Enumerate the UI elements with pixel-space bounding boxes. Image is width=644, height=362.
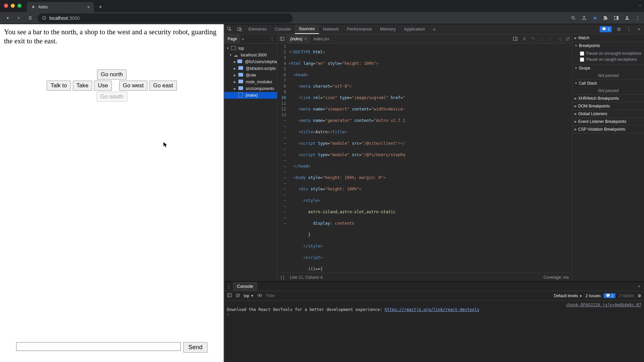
section-csp[interactable]: ▶CSP Violation Breakpoints <box>572 126 644 133</box>
side-panel-icon[interactable] <box>613 15 619 21</box>
toggle-nav-icon[interactable] <box>277 34 287 43</box>
section-breakpoints[interactable]: ▼Breakpoints <box>572 42 644 49</box>
gear-icon[interactable]: ⚙ <box>614 24 624 34</box>
tab-console[interactable]: Console <box>271 24 295 34</box>
file-tab-index[interactable]: (index)× <box>287 34 310 43</box>
step-icon[interactable]: →| <box>555 34 563 43</box>
deactivate-bp-icon[interactable] <box>563 34 572 43</box>
issues-badge[interactable]: 💬2 <box>600 26 612 32</box>
tree-folder-components[interactable]: ▶src/components <box>224 85 277 92</box>
use-button[interactable]: Use <box>94 81 111 91</box>
clear-console-icon[interactable] <box>235 293 240 299</box>
console-context[interactable]: top ▼ <box>244 293 254 298</box>
tree-folder-vite[interactable]: ▶@vite <box>224 72 277 79</box>
console-issues[interactable]: 2 Issues: 💬2 <box>586 293 615 298</box>
extensions-icon[interactable] <box>602 15 608 21</box>
tab-memory[interactable]: Memory <box>376 24 400 34</box>
reload-button[interactable] <box>26 14 34 22</box>
svg-rect-5 <box>616 16 618 20</box>
forward-button[interactable] <box>15 14 23 22</box>
console-hidden-count[interactable]: 2 hidden <box>619 293 634 298</box>
console-settings-icon[interactable]: ⚙ <box>638 293 641 298</box>
maximize-window-icon[interactable] <box>17 4 21 8</box>
talk-to-button[interactable]: Talk to <box>47 81 71 91</box>
devtools-close-icon[interactable]: × <box>634 24 644 34</box>
chk-caught[interactable]: Pause on caught exceptions <box>580 56 642 62</box>
tab-application[interactable]: Application <box>400 24 429 34</box>
kebab-menu-icon[interactable]: ⋮ <box>635 15 641 21</box>
drawer-close-icon[interactable]: × <box>634 282 644 291</box>
site-info-icon[interactable] <box>42 15 47 20</box>
file-tab-indexjsx[interactable]: index.jsx <box>310 34 333 43</box>
line-gutter: 12345678910111213––––––––––––––––––– <box>277 44 289 273</box>
bookmark-star-icon[interactable]: ★ <box>592 15 598 21</box>
chevron-down-icon[interactable]: ˅ <box>639 4 641 12</box>
section-watch[interactable]: ▶Watch <box>572 34 644 42</box>
go-north-button[interactable]: Go north <box>97 70 127 80</box>
step-over-icon[interactable]: ↷ <box>528 34 537 43</box>
code-editor[interactable]: 12345678910111213––––––––––––––––––– <!D… <box>277 44 572 273</box>
drawer-kebab-icon[interactable]: ⋮ <box>224 282 233 291</box>
send-button[interactable]: Send <box>183 342 208 353</box>
device-mode-icon[interactable] <box>234 24 244 34</box>
section-global[interactable]: ▶Global Listeners <box>572 110 644 118</box>
devtools-panel: Elements Console Sources Network Perform… <box>224 24 644 362</box>
tree-folder-node-modules[interactable]: ▶node_modules <box>224 79 277 85</box>
tree-folder-fs[interactable]: ▶@fs/Users/stepha <box>224 58 277 65</box>
console-filter-input[interactable] <box>266 293 366 299</box>
log-link[interactable]: https://reactjs.org/link/react-devtools <box>385 307 479 312</box>
section-scope[interactable]: ▼Scope <box>572 64 644 72</box>
more-tabs-icon[interactable]: » <box>429 24 439 34</box>
pretty-print-icon[interactable]: { } <box>281 275 284 280</box>
tab-network[interactable]: Network <box>319 24 343 34</box>
tree-folder-astro-scripts[interactable]: ▶@id/astro:scripts <box>224 65 277 72</box>
console-levels[interactable]: Default levels ▼ <box>554 293 582 298</box>
close-window-icon[interactable] <box>4 4 8 8</box>
drawer-tab-console[interactable]: Console <box>233 282 257 291</box>
section-eventlistener[interactable]: ▶Event Listener Breakpoints <box>572 118 644 125</box>
chk-uncaught[interactable]: Pause on uncaught exceptions <box>580 50 642 56</box>
profile-icon[interactable] <box>624 15 630 21</box>
minimize-window-icon[interactable] <box>11 4 15 8</box>
console-output[interactable]: chunk-DFKQJ226.js?v=9e6b4e8c:87 Download… <box>224 301 644 362</box>
tab-elements[interactable]: Elements <box>244 24 271 34</box>
address-input[interactable]: localhost:3000 <box>38 13 293 23</box>
command-input[interactable] <box>16 342 181 351</box>
devtools-kebab-icon[interactable]: ⋮ <box>624 24 634 34</box>
go-east-button[interactable]: Go east <box>149 81 177 91</box>
browser-tab-astro[interactable]: Astro × <box>27 2 94 12</box>
section-dom[interactable]: ▶DOM Breakpoints <box>572 102 644 110</box>
console-sidebar-icon[interactable] <box>227 293 232 299</box>
tree-host[interactable]: ▼localhost:3000 <box>224 52 277 58</box>
section-xhr[interactable]: ▶XHR/fetch Breakpoints <box>572 95 644 102</box>
devtools-tabbar: Elements Console Sources Network Perform… <box>224 24 644 34</box>
take-button[interactable]: Take <box>73 81 92 91</box>
step-into-icon[interactable]: ↓ <box>537 34 546 43</box>
step-out-icon[interactable]: ↑ <box>546 34 555 43</box>
url-host: localhost <box>49 15 68 21</box>
share-icon[interactable] <box>581 15 587 21</box>
svg-point-3 <box>571 16 574 19</box>
live-expression-icon[interactable] <box>257 293 262 299</box>
section-callstack[interactable]: ▼Call Stack <box>572 80 644 87</box>
close-file-tab-icon[interactable]: × <box>305 37 307 41</box>
pause-icon[interactable] <box>520 34 528 43</box>
tree-top[interactable]: ▼top <box>224 45 277 52</box>
navigator-kebab-icon[interactable]: ⋮ <box>267 36 277 41</box>
tree-file-index[interactable]: (index) <box>224 92 277 99</box>
navigator-tab-page[interactable]: Page <box>224 34 240 43</box>
tab-performance[interactable]: Performance <box>343 24 376 34</box>
page-viewport: You see a bar to the north, a shop to th… <box>0 24 224 362</box>
narration-text: You see a bar to the north, a shop to th… <box>0 24 224 49</box>
log-source-ref[interactable]: chunk-DFKQJ226.js?v=9e6b4e8c:87 <box>566 303 641 307</box>
tab-sources[interactable]: Sources <box>295 24 319 34</box>
navigator-more-icon[interactable]: » <box>240 36 245 41</box>
close-tab-icon[interactable]: × <box>87 5 90 9</box>
go-west-button[interactable]: Go west <box>119 81 147 91</box>
toggle-debugger-icon[interactable] <box>510 34 520 43</box>
zoom-icon[interactable] <box>570 15 576 21</box>
new-tab-button[interactable]: + <box>96 3 105 11</box>
back-button[interactable] <box>3 14 11 22</box>
inspect-element-icon[interactable] <box>224 24 234 34</box>
coverage-status: Coverage: n/a <box>544 275 569 280</box>
